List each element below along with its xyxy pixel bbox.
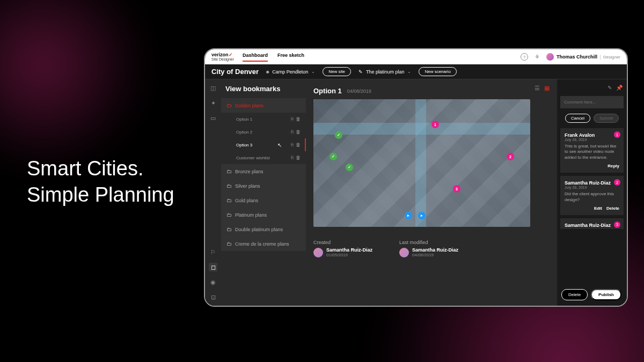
copy-icon[interactable]: ⎘ (291, 155, 294, 160)
sub-header: City of Denver ⎈ Camp Pendleton ⌄ New si… (205, 64, 627, 79)
route-icon[interactable]: ✦ (209, 99, 217, 107)
map-pin[interactable]: ✓ (346, 164, 353, 171)
panel-icon[interactable]: ▭ (209, 114, 217, 122)
created-label: Created (313, 240, 372, 245)
main-header: Option 1 04/08/2019 (313, 87, 553, 95)
avatar (546, 53, 554, 61)
created-date: 01/05/2019 (326, 253, 372, 257)
tab-free-sketch[interactable]: Free sketch (277, 53, 304, 62)
map-pin[interactable]: ✓ (335, 131, 342, 139)
option-wishlist[interactable]: Customer wishlist⎘🗑 (221, 151, 306, 164)
workspace: ◫ ✦ ▭ ⚐ ◻ ◉ ⊡ View bookmarks 🗀Golden pla… (205, 79, 627, 307)
reply-link[interactable]: Reply (608, 164, 619, 168)
view-toggle: ☰ ▦ (535, 85, 550, 92)
copy-icon[interactable]: ⎘ (291, 142, 294, 147)
delete-button[interactable]: Delete (561, 289, 588, 300)
copy-icon[interactable]: ⎘ (291, 129, 294, 135)
trash-icon[interactable]: 🗑 (296, 142, 301, 147)
plan-selector[interactable]: ✎ The platinum plan ⌄ (358, 69, 412, 75)
created-block: Created Samantha Ruiz-Diaz01/05/2019 (313, 240, 372, 257)
help-icon[interactable]: ? (521, 53, 528, 61)
folder-double-platinum[interactable]: 🗀Double platinum plans (221, 222, 306, 237)
bookmark-icon[interactable]: ◻ (209, 263, 217, 271)
chevron-down-icon: ⌄ (407, 69, 411, 74)
new-scenario-button[interactable]: New scenario (419, 67, 456, 76)
option-label: Option 2 (236, 130, 252, 135)
comment-actions: Cancel Submit (560, 112, 624, 125)
folder-label: Golden plans (235, 103, 264, 108)
submit-button: Submit (594, 114, 619, 123)
focus-icon[interactable]: ⊡ (209, 293, 217, 301)
map-pin[interactable]: ▸ (418, 212, 426, 219)
folder-platinum[interactable]: 🗀Platinum plans (221, 208, 306, 222)
background-glow (0, 0, 150, 172)
edit-icon: ✎ (358, 69, 363, 75)
folder-label: Creme de la creme plans (235, 241, 289, 247)
folder-icon: 🗀 (226, 168, 232, 174)
trash-icon[interactable]: 🗑 (296, 116, 301, 122)
footer-actions: Delete Publish (561, 289, 621, 300)
map-pin[interactable]: 1 (431, 121, 439, 128)
location-selector[interactable]: ⎈ Camp Pendleton ⌄ (266, 69, 315, 75)
delete-link[interactable]: Delete (606, 206, 619, 211)
folder-gold[interactable]: 🗀Gold plans (221, 193, 306, 208)
map-street (415, 99, 426, 227)
map-pin[interactable]: 3 (453, 185, 460, 193)
topbar-right: ? ⚘ Thomas Churchill Designer (521, 53, 620, 61)
edit-icon[interactable]: ✎ (608, 85, 612, 91)
folder-golden[interactable]: 🗀Golden plans (221, 98, 306, 113)
map-pin[interactable]: 2 (507, 153, 514, 160)
comment-card: 3 Samantha Ruiz-Diaz (560, 218, 624, 229)
option-2[interactable]: Option 2⎘🗑 (221, 125, 306, 138)
pin-icon[interactable]: 📌 (616, 85, 623, 91)
option-1[interactable]: Option 1⎘🗑 (221, 113, 306, 125)
globe-icon[interactable]: ◉ (209, 278, 217, 286)
user-name: Thomas Churchill (557, 54, 597, 60)
avatar (313, 248, 323, 257)
grid-view-icon[interactable]: ▦ (544, 85, 550, 92)
edit-link[interactable]: Edit (594, 206, 602, 211)
comment-input[interactable] (560, 96, 624, 108)
copy-icon[interactable]: ⎘ (291, 116, 294, 122)
option-3[interactable]: Option 3↖⎘🗑 (221, 138, 306, 151)
folder-label: Gold plans (235, 198, 258, 203)
map-pin[interactable]: ✓ (330, 153, 337, 160)
cursor-icon: ↖ (277, 142, 282, 148)
option-date: 04/08/2019 (347, 88, 371, 94)
city-title: City of Denver (211, 68, 259, 76)
people-icon[interactable]: ⚘ (533, 53, 541, 61)
comment-text: Did the client approve this design? (565, 191, 619, 203)
folder-silver[interactable]: 🗀Silver plans (221, 179, 306, 193)
user-menu[interactable]: Thomas Churchill Designer (546, 53, 620, 61)
top-bar: verizon✓ Site Designer Dashboard Free sk… (205, 49, 627, 64)
new-site-button[interactable]: New site (323, 67, 351, 76)
cancel-button[interactable]: Cancel (565, 114, 590, 123)
headline-line: Simple Planning (27, 182, 174, 208)
map-pin[interactable]: ▸ (405, 212, 412, 219)
comment-date: July 28, 2019 (565, 138, 619, 142)
folder-label: Bronze plans (235, 169, 264, 174)
map-preview[interactable]: 1 ✓ ✓ ✓ 2 3 ▸ ▸ (313, 99, 530, 227)
trash-icon[interactable]: 🗑 (296, 155, 301, 160)
layers-icon[interactable]: ◫ (209, 84, 217, 92)
modified-by: Samantha Ruiz-Diaz (412, 247, 458, 253)
list-view-icon[interactable]: ☰ (535, 85, 540, 92)
publish-button[interactable]: Publish (591, 289, 621, 300)
comments-toolbar: ✎ 📌 (560, 83, 624, 93)
comment-author: Frank Avalon (565, 132, 619, 138)
comment-author: Samantha Ruiz-Diaz (565, 223, 619, 228)
option-label: Customer wishlist (236, 156, 270, 160)
comments-panel: ✎ 📌 Cancel Submit 1 Frank Avalon July 28… (557, 79, 627, 307)
comment-date: July 28, 2019 (565, 186, 619, 189)
tab-dashboard[interactable]: Dashboard (243, 53, 268, 62)
folder-icon: 🗀 (226, 183, 232, 189)
main-panel: ☰ ▦ Option 1 04/08/2019 1 ✓ ✓ ✓ 2 3 ▸ ▸ (306, 79, 557, 307)
brand-sub: Site Designer (211, 57, 234, 61)
folder-open-icon: 🗀 (226, 102, 232, 108)
left-rail: ◫ ✦ ▭ ⚐ ◻ ◉ ⊡ (205, 79, 221, 307)
folder-bronze[interactable]: 🗀Bronze plans (221, 164, 306, 179)
trash-icon[interactable]: 🗑 (296, 129, 301, 135)
folder-creme[interactable]: 🗀Creme de la creme plans (221, 237, 306, 251)
flag-icon[interactable]: ⚐ (209, 248, 217, 256)
option-label: Option 3 (236, 143, 252, 147)
